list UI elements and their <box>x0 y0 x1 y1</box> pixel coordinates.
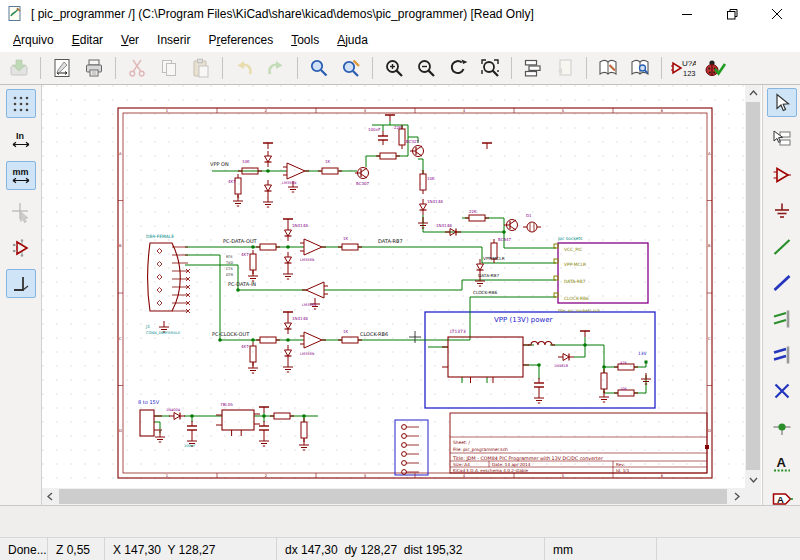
minimize-button[interactable] <box>665 0 710 28</box>
schematic-drawing[interactable]: VPP ONPC-DATA-OUTDATA-RB7PC-DATA-INPC-CL… <box>42 85 745 488</box>
hidden-pins-icon <box>10 237 32 259</box>
cut-button[interactable] <box>122 54 152 82</box>
wire-to-bus-button[interactable] <box>767 304 797 333</box>
no-connect-x-icon <box>771 380 793 402</box>
crosshair-cursor-icon <box>10 201 32 223</box>
menu-tools[interactable]: Tools <box>282 30 328 50</box>
main-toolbar: U?A 123 <box>0 52 800 85</box>
kicad-eeschema-window: [ pic_programmer /] (C:\Program Files\Ki… <box>0 0 800 560</box>
place-power-button[interactable] <box>767 196 797 225</box>
print-button[interactable] <box>79 54 109 82</box>
grid-toggle-button[interactable] <box>6 89 36 118</box>
print-icon <box>83 57 105 79</box>
menu-arquivo[interactable]: Arquivo <box>4 30 63 50</box>
horizontal-scroll-thumb[interactable] <box>59 489 727 504</box>
menubar: Arquivo Editar Ver Inserir Preferences T… <box>0 28 800 52</box>
zoom-in-icon <box>383 57 405 79</box>
label-button[interactable]: A <box>767 448 797 477</box>
schematic-label: VPP-MCLR <box>564 262 586 267</box>
grid-icon <box>10 93 32 115</box>
toolbar-separator <box>661 57 662 79</box>
schematic-label: DATA-RB7 <box>478 273 499 278</box>
hierarchy-select-button[interactable] <box>767 124 797 153</box>
library-browser-button[interactable] <box>625 54 655 82</box>
find-button[interactable] <box>304 54 334 82</box>
schematic-label: C <box>708 336 711 341</box>
copy-button[interactable] <box>154 54 184 82</box>
schematic-label: 1N4148 <box>292 223 308 228</box>
vertical-scrollbar[interactable] <box>745 85 761 488</box>
scrollbar-corner <box>745 488 761 505</box>
navigate-hierarchy-button[interactable] <box>518 54 548 82</box>
schematic-label: 1N4148 <box>292 316 308 321</box>
wire-bus-entry-icon <box>771 308 793 330</box>
zoom-in-button[interactable] <box>379 54 409 82</box>
menu-editar[interactable]: Editar <box>63 30 112 50</box>
paste-icon <box>190 57 212 79</box>
vertical-scroll-thumb[interactable] <box>746 102 760 470</box>
redo-button[interactable] <box>261 54 291 82</box>
select-tool-button[interactable] <box>767 88 797 117</box>
menu-preferences[interactable]: Preferences <box>199 30 282 50</box>
units-mm-button[interactable]: mm <box>6 161 36 190</box>
right-toolbar: A A <box>762 85 800 505</box>
scroll-up-arrow[interactable] <box>745 85 761 101</box>
cursor-shape-button[interactable] <box>6 197 36 226</box>
schematic-label: VPP (13V) power <box>494 316 553 324</box>
redraw-button[interactable] <box>443 54 473 82</box>
inch-units-icon: In <box>10 129 32 151</box>
find-icon <box>308 57 330 79</box>
schematic-label: C <box>119 336 122 341</box>
redraw-icon <box>447 57 469 79</box>
place-wire-button[interactable] <box>767 232 797 261</box>
schematic-label: 1N4148 <box>427 199 443 204</box>
save-icon <box>8 57 30 79</box>
schematic-label: DATA-RB7 <box>564 279 586 284</box>
find-replace-button[interactable] <box>336 54 366 82</box>
menu-ajuda[interactable]: Ajuda <box>328 30 377 50</box>
scroll-down-arrow[interactable] <box>745 472 761 488</box>
junction-button[interactable] <box>767 412 797 441</box>
schematic-label: DTR <box>226 273 234 277</box>
no-connect-button[interactable] <box>767 376 797 405</box>
zoom-out-button[interactable] <box>411 54 441 82</box>
menu-ver[interactable]: Ver <box>112 30 148 50</box>
page-settings-icon <box>51 57 73 79</box>
menu-inserir[interactable]: Inserir <box>148 30 199 50</box>
leave-sheet-button[interactable] <box>550 54 580 82</box>
schematic-label: 10K <box>242 159 250 164</box>
scroll-left-arrow[interactable] <box>42 488 58 504</box>
zoom-out-icon <box>415 57 437 79</box>
library-editor-button[interactable] <box>593 54 623 82</box>
schematic-label: A <box>119 151 122 156</box>
undo-button[interactable] <box>229 54 259 82</box>
schematic-label: pic sockets <box>558 236 583 241</box>
save-button[interactable] <box>4 54 34 82</box>
toolbar-separator <box>297 57 298 79</box>
schematic-label: 22K <box>394 125 402 130</box>
svg-text:U?A: U?A <box>682 59 696 68</box>
schematic-canvas[interactable]: VPP ONPC-DATA-OUTDATA-RB7PC-DATA-INPC-CL… <box>42 85 761 505</box>
scroll-right-arrow[interactable] <box>729 488 745 504</box>
paste-button[interactable] <box>186 54 216 82</box>
hidden-pins-button[interactable] <box>6 233 36 262</box>
place-bus-button[interactable] <box>767 268 797 297</box>
schematic-label: 10K <box>427 176 435 181</box>
erc-button[interactable] <box>700 54 730 82</box>
chevron-down-icon <box>749 477 758 483</box>
schematic-label: VPP ON <box>210 161 229 167</box>
close-button[interactable] <box>755 0 800 28</box>
status-extra <box>657 538 800 560</box>
horizontal-scrollbar[interactable] <box>42 488 745 505</box>
place-component-button[interactable] <box>767 160 797 189</box>
svg-text:A: A <box>776 454 786 469</box>
annotate-button[interactable]: U?A 123 <box>668 54 698 82</box>
page-settings-button[interactable] <box>47 54 77 82</box>
svg-text:A: A <box>777 493 784 504</box>
hv-wires-button[interactable] <box>6 269 36 298</box>
units-inch-button[interactable]: In <box>6 125 36 154</box>
bus-to-bus-button[interactable] <box>767 340 797 369</box>
cut-icon <box>126 57 148 79</box>
restore-button[interactable] <box>710 0 755 28</box>
zoom-fit-button[interactable] <box>475 54 505 82</box>
